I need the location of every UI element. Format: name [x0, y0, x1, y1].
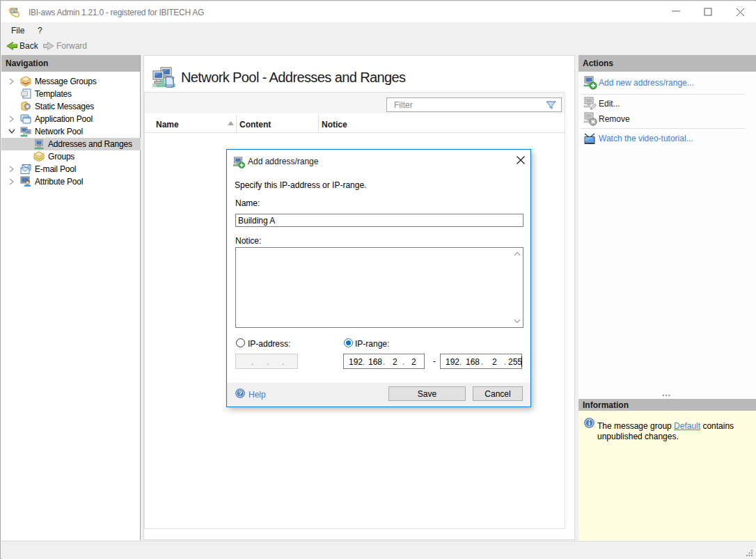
svg-text:?: ?: [238, 390, 242, 397]
